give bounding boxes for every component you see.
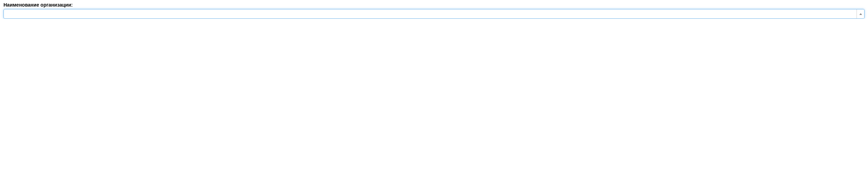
dropdown-toggle[interactable] [857, 9, 864, 18]
field-label: Наименование организации: [3, 2, 865, 8]
chevron-up-icon [859, 13, 862, 15]
org-select[interactable] [3, 9, 865, 19]
org-select-wrapper: 77767953 - ОБЩЕСТВО С ОГРАНИЧЕННОЙ ОТВЕТ… [3, 9, 865, 19]
